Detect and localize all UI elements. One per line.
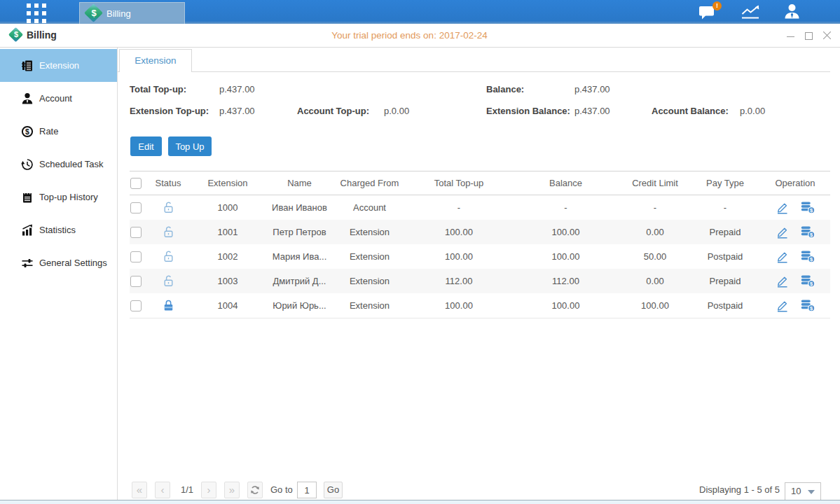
edit-row-icon[interactable]	[776, 250, 790, 263]
tab-strip: Extension	[118, 49, 830, 72]
row-checkbox[interactable]	[130, 227, 142, 238]
cell-extension: 1002	[189, 251, 266, 262]
col-credit-limit: Credit Limit	[620, 178, 690, 188]
close-button[interactable]	[822, 31, 832, 40]
sidebar: Extension Account $ Rate Scheduled Task	[0, 48, 118, 500]
go-button[interactable]: Go	[324, 482, 343, 498]
balance-value: p.437.00	[574, 84, 610, 94]
edit-button[interactable]: Edit	[130, 136, 162, 156]
sidebar-item-rate[interactable]: $ Rate	[0, 115, 117, 148]
edit-row-icon[interactable]	[776, 201, 790, 214]
account-topup-label: Account Top-up:	[297, 106, 369, 116]
top-up-button[interactable]: Top Up	[168, 136, 212, 156]
dollar-circle-icon: $	[21, 125, 34, 138]
cell-name: Дмитрий Д...	[266, 276, 333, 286]
person-icon	[21, 92, 34, 105]
cell-charged-from: Extension	[333, 276, 406, 286]
sliders-icon	[21, 257, 34, 270]
refresh-button[interactable]	[247, 482, 263, 498]
cell-name: Иван Иванов	[266, 202, 333, 213]
status-lock-icon	[147, 250, 189, 263]
extension-book-icon	[21, 59, 34, 72]
cell-charged-from: Extension	[333, 251, 406, 262]
status-lock-icon	[147, 299, 189, 312]
select-arrow-icon	[808, 490, 815, 494]
extension-balance-label: Extension Balance:	[486, 106, 570, 116]
cell-total-topup: 100.00	[406, 300, 511, 311]
col-name: Name	[266, 178, 333, 188]
monitor-chart-icon[interactable]	[741, 4, 760, 20]
cell-pay-type: -	[690, 202, 760, 213]
cell-credit-limit: 100.00	[620, 300, 690, 311]
edit-row-icon[interactable]	[776, 274, 790, 288]
goto-page-input[interactable]	[297, 482, 317, 498]
user-account-icon[interactable]	[783, 4, 801, 20]
cell-credit-limit: -	[620, 202, 690, 213]
row-checkbox[interactable]	[130, 202, 142, 214]
page-size-select[interactable]: 10	[785, 482, 821, 500]
sidebar-item-account[interactable]: Account	[0, 82, 117, 115]
sidebar-item-scheduled-task[interactable]: Scheduled Task	[0, 148, 117, 181]
col-pay-type: Pay Type	[690, 178, 760, 188]
cell-pay-type: Prepaid	[690, 227, 760, 237]
top-up-row-icon[interactable]: $	[801, 250, 815, 263]
status-lock-icon	[147, 274, 189, 288]
top-up-row-icon[interactable]: $	[801, 225, 815, 239]
sidebar-item-topup-history[interactable]: Top-up History	[0, 181, 117, 214]
sidebar-item-general-settings[interactable]: General Settings	[0, 246, 117, 279]
balance-label: Balance:	[486, 84, 524, 94]
app-grid-icon[interactable]	[27, 4, 46, 23]
top-up-row-icon[interactable]: $	[801, 201, 815, 214]
billing-diamond-icon: $	[85, 5, 102, 22]
col-balance: Balance	[511, 178, 620, 188]
top-up-row-icon[interactable]: $	[801, 274, 815, 288]
cell-balance: 100.00	[511, 227, 620, 237]
table-header: Status Extension Name Charged From Total…	[130, 171, 830, 195]
minimize-button[interactable]	[786, 31, 795, 40]
col-status: Status	[147, 178, 189, 188]
first-page-button[interactable]: «	[132, 482, 147, 498]
total-topup-value: p.437.00	[219, 84, 255, 94]
cell-extension: 1001	[189, 227, 266, 237]
sidebar-item-statistics[interactable]: Statistics	[0, 214, 117, 246]
account-balance-value: p.0.00	[740, 106, 765, 116]
select-all-checkbox[interactable]	[130, 178, 142, 189]
cell-charged-from: Account	[333, 202, 406, 213]
account-balance-label: Account Balance:	[652, 106, 729, 116]
maximize-button[interactable]	[804, 31, 813, 40]
goto-label: Go to	[270, 482, 293, 498]
trial-period-notice: Your trial period ends on: 2017-02-24	[0, 24, 819, 47]
edit-row-icon[interactable]	[776, 225, 790, 239]
cell-total-topup: 112.00	[406, 276, 511, 286]
col-operation: Operation	[760, 178, 830, 188]
notifications-icon[interactable]: !	[698, 5, 716, 20]
edit-row-icon[interactable]	[776, 299, 790, 312]
cell-balance: 100.00	[511, 300, 620, 311]
cell-extension: 1000	[189, 202, 266, 213]
extension-table: Status Extension Name Charged From Total…	[130, 171, 830, 318]
row-checkbox[interactable]	[130, 251, 142, 262]
cell-extension: 1004	[189, 300, 266, 311]
extension-balance-value: p.437.00	[574, 106, 610, 116]
cell-credit-limit: 0.00	[620, 227, 690, 237]
cell-pay-type: Postpaid	[690, 251, 760, 262]
window-titlebar: $ Billing Your trial period ends on: 201…	[0, 24, 840, 48]
sidebar-item-extension[interactable]: Extension	[0, 49, 117, 82]
table-row: 1000 Иван Иванов Account - - - - $	[130, 195, 830, 220]
row-checkbox[interactable]	[130, 300, 142, 312]
col-total-topup: Total Top-up	[406, 178, 511, 188]
extension-topup-label: Extension Top-up:	[130, 106, 209, 116]
cell-total-topup: 100.00	[406, 251, 511, 262]
cell-total-topup: 100.00	[406, 227, 511, 237]
row-checkbox[interactable]	[130, 276, 142, 287]
last-page-button[interactable]: »	[224, 482, 240, 498]
table-row: 1001 Петр Петров Extension 100.00 100.00…	[130, 220, 830, 244]
window-bottom-edge	[0, 500, 840, 504]
next-page-button[interactable]: ›	[201, 482, 216, 498]
status-lock-icon	[147, 225, 189, 239]
app-tab-billing[interactable]: $ Billing	[79, 2, 185, 24]
cell-extension: 1003	[189, 276, 266, 286]
tab-extension[interactable]: Extension	[119, 49, 192, 72]
top-up-row-icon[interactable]: $	[801, 299, 815, 312]
prev-page-button[interactable]: ‹	[155, 482, 170, 498]
